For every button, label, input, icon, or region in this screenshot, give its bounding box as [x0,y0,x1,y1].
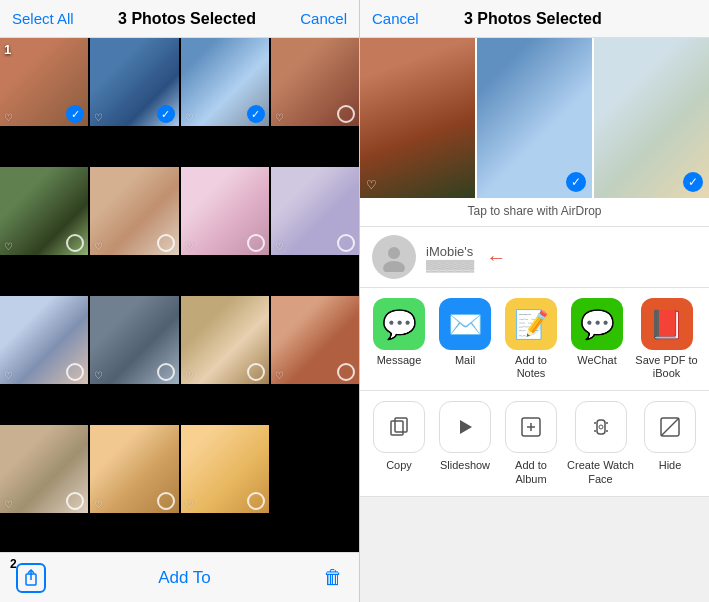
share-app-label-3: WeChat [577,354,617,367]
check-empty-10 [157,363,175,381]
selected-photo-1[interactable]: ♡ [360,38,475,198]
photo-cell-6[interactable]: ♡ [90,167,178,255]
heart-icon-13: ♡ [4,499,13,510]
check-empty-15 [247,492,265,510]
heart-icon-4: ♡ [275,112,284,123]
check-empty-13 [66,492,84,510]
check-circle-1: ✓ [66,105,84,123]
left-footer: 2 Add To 🗑 [0,552,359,602]
share-app-icon-0: 💬 [373,298,425,350]
check-empty-6 [157,234,175,252]
photo-cell-12[interactable]: ♡ [271,296,359,384]
check-circle-2: ✓ [157,105,175,123]
photo-cell-10[interactable]: ♡ [90,296,178,384]
share-app-label-4: Save PDF to iBook [632,354,701,380]
share-badge: 2 [10,557,17,571]
photo-cell-2[interactable]: ♡✓ [90,38,178,126]
action-row: CopySlideshowAdd to AlbumCreate Watch Fa… [360,391,709,496]
check-empty-5 [66,234,84,252]
action-icon-3 [575,401,627,453]
selected-photo-2[interactable]: ✓ [477,38,592,198]
svg-rect-4 [391,421,403,435]
heart-icon-7: ♡ [185,241,194,252]
check-empty-12 [337,363,355,381]
heart-icon-1: ♡ [366,178,377,192]
check-empty-7 [247,234,265,252]
action-item-4[interactable]: Hide [639,401,701,472]
photo-cell-3[interactable]: ♡✓ [181,38,269,126]
heart-icon-1: ♡ [4,112,13,123]
share-app-label-2: Add to Notes [500,354,562,380]
heart-icon-6: ♡ [94,241,103,252]
photo-cell-1[interactable]: 1♡✓ [0,38,88,126]
select-all-button[interactable]: Select All [12,10,74,27]
airdrop-label: Tap to share with AirDrop [360,198,709,227]
contact-avatar [372,235,416,279]
check-empty-14 [157,492,175,510]
check-empty-9 [66,363,84,381]
photo-cell-14[interactable]: ♡ [90,425,178,513]
left-header-title: 3 Photos Selected [118,10,256,28]
photo-cell-5[interactable]: ♡ [0,167,88,255]
heart-icon-14: ♡ [94,499,103,510]
share-app-icon-3: 💬 [571,298,623,350]
svg-point-3 [383,261,405,272]
heart-icon-15: ♡ [185,499,194,510]
right-header-title: 3 Photos Selected [464,10,602,28]
heart-icon-11: ♡ [185,370,194,381]
heart-icon-3: ♡ [185,112,194,123]
check-icon-3: ✓ [683,172,703,192]
share-app-icon-1: ✉️ [439,298,491,350]
action-item-1[interactable]: Slideshow [434,401,496,472]
trash-button[interactable]: 🗑 [323,566,343,589]
svg-point-15 [599,425,603,429]
action-icon-1 [439,401,491,453]
svg-point-2 [388,247,400,259]
photo-cell-4[interactable]: ♡ [271,38,359,126]
photo-cell-15[interactable]: ♡ [181,425,269,513]
action-item-0[interactable]: Copy [368,401,430,472]
share-button[interactable]: 2 [16,563,46,593]
action-item-3[interactable]: Create Watch Face [566,401,635,485]
photo-cell-8[interactable]: ♡ [271,167,359,255]
add-to-button[interactable]: Add To [158,568,211,588]
share-app-1[interactable]: ✉️Mail [434,298,496,367]
arrow-indicator: ← [486,246,506,269]
svg-rect-10 [597,420,605,434]
photo-cell-7[interactable]: ♡ [181,167,269,255]
action-item-2[interactable]: Add to Album [500,401,562,485]
number-badge-1: 1 [4,42,11,57]
share-app-2[interactable]: 📝Add to Notes [500,298,562,380]
left-panel: Select All 3 Photos Selected Cancel 1♡✓♡… [0,0,360,602]
photo-cell-11[interactable]: ♡ [181,296,269,384]
check-icon-2: ✓ [566,172,586,192]
heart-icon-5: ♡ [4,241,13,252]
photo-cell-13[interactable]: ♡ [0,425,88,513]
svg-line-17 [661,418,679,436]
contact-sub: ▓▓▓▓▓▓ [426,259,474,271]
action-icon-4 [644,401,696,453]
heart-icon-8: ♡ [275,241,284,252]
selected-photo-3[interactable]: ✓ [594,38,709,198]
photo-grid: 1♡✓♡✓♡✓♡♡♡♡♡♡♡♡♡♡♡♡ [0,38,359,552]
right-cancel-button[interactable]: Cancel [372,10,419,27]
heart-icon-9: ♡ [4,370,13,381]
check-empty-8 [337,234,355,252]
left-cancel-button[interactable]: Cancel [300,10,347,27]
heart-icon-10: ♡ [94,370,103,381]
share-app-0[interactable]: 💬Message [368,298,430,367]
share-app-icon-4: 📕 [641,298,693,350]
share-app-4[interactable]: 📕Save PDF to iBook [632,298,701,380]
share-apps-row: 💬Message✉️Mail📝Add to Notes💬WeChat📕Save … [360,288,709,391]
svg-rect-5 [395,418,407,432]
svg-marker-6 [460,420,472,434]
action-label-0: Copy [386,459,412,472]
left-header: Select All 3 Photos Selected Cancel [0,0,359,38]
action-icon-0 [373,401,425,453]
check-empty-11 [247,363,265,381]
share-app-3[interactable]: 💬WeChat [566,298,628,367]
share-app-label-1: Mail [455,354,475,367]
contact-row[interactable]: iMobie's ▓▓▓▓▓▓ ← [360,227,709,288]
photo-cell-9[interactable]: ♡ [0,296,88,384]
share-app-label-0: Message [377,354,422,367]
